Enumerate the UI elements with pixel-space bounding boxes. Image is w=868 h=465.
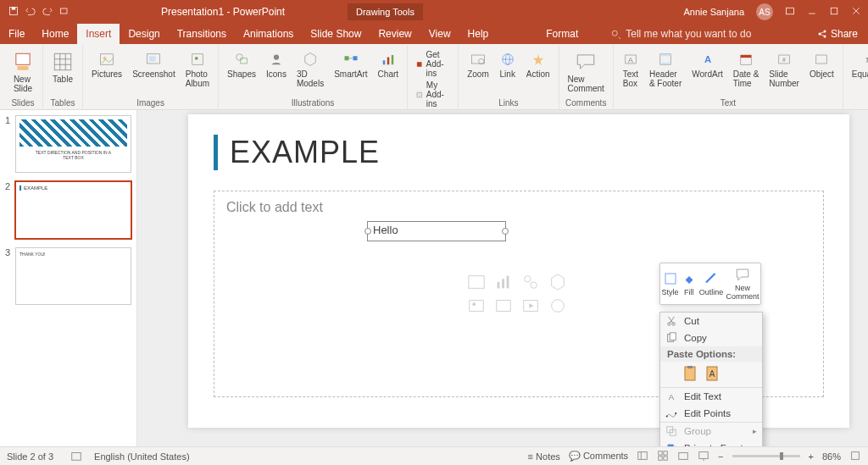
tab-file[interactable]: File <box>0 24 33 44</box>
zoom-in-button[interactable]: + <box>809 451 814 462</box>
user-name[interactable]: Annie Sanjana <box>683 7 744 17</box>
start-from-beginning-icon[interactable] <box>59 6 70 18</box>
zoom-out-button[interactable]: − <box>718 451 723 462</box>
reading-view-icon[interactable] <box>677 450 689 463</box>
zoom-button[interactable]: Zoom <box>464 49 492 80</box>
titlebar: Presentation1 - PowerPoint Drawing Tools… <box>0 0 868 24</box>
minimize-icon[interactable] <box>807 6 817 18</box>
tab-transitions[interactable]: Transitions <box>169 24 235 44</box>
ribbon-tabs: File Home Insert Design Transitions Anim… <box>0 24 868 44</box>
tab-review[interactable]: Review <box>370 24 420 44</box>
zoom-slider[interactable] <box>732 455 800 457</box>
link-button[interactable]: Link <box>496 49 520 80</box>
tab-design[interactable]: Design <box>120 24 168 44</box>
tab-home[interactable]: Home <box>33 24 77 44</box>
new-comment-mini-button[interactable]: New Comment <box>726 267 759 301</box>
header-footer-button[interactable]: Header & Footer <box>646 49 685 90</box>
svg-point-29 <box>274 54 279 59</box>
save-icon[interactable] <box>8 6 19 18</box>
screenshot-button[interactable]: Screenshot <box>129 49 179 80</box>
svg-point-8 <box>613 30 618 36</box>
tab-insert[interactable]: Insert <box>77 24 120 44</box>
zoom-percent[interactable]: 86% <box>822 451 841 462</box>
svg-rect-66 <box>470 301 484 312</box>
notes-button[interactable]: ≡ Notes <box>528 451 560 462</box>
close-icon[interactable] <box>851 6 861 18</box>
placeholder-icons[interactable] <box>467 273 570 315</box>
date-time-button[interactable]: Date & Time <box>730 49 763 90</box>
share-button[interactable]: Share <box>807 24 868 44</box>
wordart-button[interactable]: AWordArt <box>688 49 726 80</box>
photo-album-button[interactable]: Photo Album <box>182 49 213 90</box>
slide-position[interactable]: Slide 2 of 3 <box>7 451 53 462</box>
svg-rect-101 <box>638 451 648 459</box>
my-addins-button[interactable]: My Add-ins <box>413 80 453 109</box>
smartart-button[interactable]: SmartArt <box>331 49 370 80</box>
svg-point-26 <box>195 57 198 60</box>
svg-rect-24 <box>149 56 156 61</box>
svg-rect-84 <box>666 416 668 418</box>
action-button[interactable]: Action <box>523 49 554 80</box>
svg-rect-61 <box>498 282 500 288</box>
svg-rect-31 <box>353 56 357 60</box>
menu-bring-to-front[interactable]: Bring to Front <box>660 440 762 446</box>
tab-animations[interactable]: Animations <box>235 24 302 44</box>
tab-format[interactable]: Format <box>537 24 587 44</box>
slideshow-view-icon[interactable] <box>698 450 709 463</box>
slide-number-button[interactable]: #Slide Number <box>765 49 803 90</box>
svg-rect-79 <box>685 367 695 380</box>
thumbnail-slide-2[interactable]: EXAMPLE <box>15 181 131 239</box>
thumbnail-slide-1[interactable]: TEXT DIRECTION AND POSITION IN ATEXT BOX <box>15 115 131 173</box>
fill-button[interactable]: Fill <box>682 271 697 296</box>
tab-help[interactable]: Help <box>459 24 498 44</box>
chart-button[interactable]: Chart <box>375 49 402 80</box>
user-avatar[interactable]: AS <box>756 3 773 20</box>
mini-toolbar[interactable]: Style Fill Outline New Comment <box>659 263 761 305</box>
svg-point-67 <box>472 302 476 306</box>
get-addins-button[interactable]: Get Add-ins <box>413 49 453 79</box>
pictures-button[interactable]: Pictures <box>88 49 125 80</box>
menu-edit-text[interactable]: AEdit Text <box>660 387 762 405</box>
maximize-icon[interactable] <box>829 6 839 18</box>
slide-title[interactable]: EXAMPLE <box>214 135 824 170</box>
slide-canvas-area[interactable]: EXAMPLE Click to add text Hello Style <box>137 110 868 446</box>
svg-line-13 <box>821 35 825 36</box>
comments-button[interactable]: 💬 Comments <box>569 451 628 462</box>
tab-slideshow[interactable]: Slide Show <box>302 24 370 44</box>
icons-button[interactable]: Icons <box>263 49 290 80</box>
equation-button[interactable]: πEquation <box>849 49 868 80</box>
outline-button[interactable]: Outline <box>699 271 724 296</box>
svg-rect-104 <box>664 451 667 454</box>
tell-me-search[interactable]: Tell me what you want to do <box>610 24 751 44</box>
ribbon-display-options-icon[interactable] <box>785 6 795 18</box>
slide-sorter-view-icon[interactable] <box>657 450 669 463</box>
svg-rect-68 <box>497 301 511 312</box>
text-box-button[interactable]: AText Box <box>619 49 643 90</box>
undo-icon[interactable] <box>25 6 36 18</box>
redo-icon[interactable] <box>42 6 53 18</box>
paste-keep-source-icon[interactable] <box>682 365 699 384</box>
menu-cut[interactable]: Cut <box>660 313 762 329</box>
slide-thumbnail-pane[interactable]: 1 TEXT DIRECTION AND POSITION IN ATEXT B… <box>0 110 137 446</box>
svg-rect-33 <box>383 60 386 64</box>
normal-view-icon[interactable] <box>637 450 648 463</box>
style-button[interactable]: Style <box>662 271 679 296</box>
thumbnail-slide-3[interactable]: THANK YOU! <box>15 247 131 305</box>
paste-text-only-icon[interactable]: A <box>704 365 721 384</box>
object-button[interactable]: Object <box>806 49 837 80</box>
svg-rect-16 <box>54 53 71 70</box>
new-slide-button[interactable]: New Slide <box>8 49 37 95</box>
table-button[interactable]: Table <box>48 49 77 86</box>
3d-models-button[interactable]: 3D Models <box>293 49 327 90</box>
tab-view[interactable]: View <box>420 24 459 44</box>
svg-rect-62 <box>502 279 504 288</box>
shapes-button[interactable]: Shapes <box>224 49 259 80</box>
new-comment-button[interactable]: New Comment <box>565 49 608 95</box>
spellcheck-icon[interactable] <box>70 450 82 463</box>
fit-to-window-icon[interactable] <box>849 450 861 463</box>
placeholder-text: Click to add text <box>226 200 811 215</box>
menu-copy[interactable]: Copy <box>660 329 762 346</box>
language-status[interactable]: English (United States) <box>94 451 190 462</box>
menu-edit-points[interactable]: Edit Points <box>660 405 762 422</box>
selected-text-box[interactable]: Hello <box>367 221 506 241</box>
